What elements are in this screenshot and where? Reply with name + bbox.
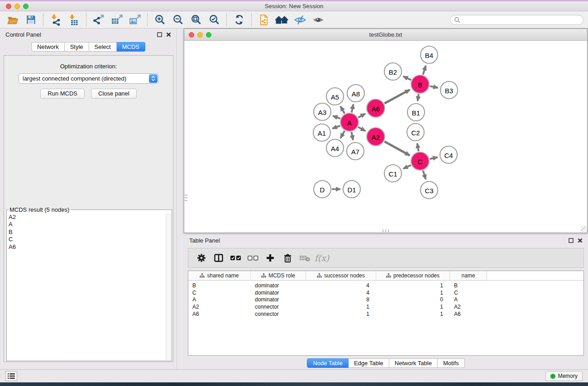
graph-node-C[interactable]: C <box>411 152 429 170</box>
import-table-button[interactable] <box>65 13 83 27</box>
graph-node-A[interactable]: A <box>340 113 359 131</box>
import-network-button[interactable] <box>47 13 65 27</box>
graph-node-C4[interactable]: C4 <box>440 146 457 163</box>
graph-node-C1[interactable]: C1 <box>384 165 402 182</box>
graph-edge-A-A5[interactable] <box>340 106 344 114</box>
graph-node-B[interactable]: B <box>411 75 429 93</box>
minimize-window-button[interactable] <box>14 4 20 9</box>
close-window-button[interactable] <box>6 4 11 9</box>
file-network-button[interactable] <box>255 13 273 27</box>
memory-button[interactable]: Memory <box>545 371 583 381</box>
search-field[interactable] <box>450 15 583 25</box>
table-row[interactable]: Adominator80A <box>188 296 583 304</box>
mcds-result-item[interactable]: A <box>9 221 172 228</box>
delete-column-button[interactable] <box>279 249 296 267</box>
table-row[interactable]: A2connector11A2 <box>188 303 583 310</box>
graph-node-A4[interactable]: A4 <box>326 139 344 157</box>
graph-edge-B-B4[interactable] <box>423 66 425 75</box>
tab-network[interactable]: Network <box>31 42 65 52</box>
table-row[interactable]: Bdominator41B <box>188 282 583 289</box>
float-table-panel-icon[interactable] <box>569 238 574 243</box>
graph-node-A3[interactable]: A3 <box>314 103 331 120</box>
deselect-all-button[interactable] <box>244 249 262 267</box>
result-list-scrollbar[interactable] <box>166 214 171 360</box>
network-close-button[interactable] <box>189 32 194 38</box>
graph-node-D1[interactable]: D1 <box>343 181 360 198</box>
graph-edge-A6-B[interactable] <box>384 90 410 103</box>
canvas-left-grip[interactable] <box>185 195 187 202</box>
graph-edge-B-B3[interactable] <box>430 86 438 88</box>
graph-node-C2[interactable]: C2 <box>407 124 424 141</box>
tab-network-table[interactable]: Network Table <box>389 358 438 368</box>
close-table-panel-icon[interactable] <box>578 238 583 243</box>
close-panel-icon[interactable] <box>166 32 171 37</box>
show-details-button[interactable] <box>309 13 327 27</box>
mcds-result-item[interactable]: C <box>9 236 172 243</box>
hide-details-button[interactable] <box>291 13 309 27</box>
graph-edge-B-B1[interactable] <box>418 94 419 101</box>
function-button[interactable]: f(x) <box>313 249 330 267</box>
network-minimize-button[interactable] <box>197 32 203 38</box>
graph-node-C3[interactable]: C3 <box>421 181 438 199</box>
mcds-result-item[interactable]: A2 <box>9 214 172 221</box>
delete-table-button[interactable] <box>296 249 313 267</box>
graph-edge-A-A3[interactable] <box>333 116 340 119</box>
graph-edge-A-A1[interactable] <box>332 126 340 129</box>
float-panel-icon[interactable] <box>157 32 162 37</box>
graph-node-A2[interactable]: A2 <box>367 128 385 146</box>
close-panel-button[interactable]: Close panel <box>91 89 137 99</box>
tab-mcds[interactable]: MCDS <box>117 42 145 52</box>
graph-edge-A2-C[interactable] <box>384 142 410 156</box>
open-session-button[interactable] <box>4 13 22 27</box>
graph-node-B4[interactable]: B4 <box>421 46 438 63</box>
table-row[interactable]: Cdominator41C <box>188 289 583 296</box>
export-table-button[interactable] <box>108 13 126 27</box>
graph-edge-A-A4[interactable] <box>340 131 344 138</box>
run-mcds-button[interactable]: Run MCDS <box>40 89 85 99</box>
graph-edge-C-C4[interactable] <box>430 157 437 159</box>
graph-node-A6[interactable]: A6 <box>367 99 385 117</box>
tab-motifs[interactable]: Motifs <box>438 358 465 368</box>
zoom-fit-button[interactable] <box>187 13 205 27</box>
column-header-name[interactable]: name <box>450 271 487 280</box>
graph-edge-A-A2[interactable] <box>358 127 365 131</box>
graph-node-B1[interactable]: B1 <box>407 104 425 121</box>
table-row[interactable]: A6connector11A6 <box>188 310 583 318</box>
maximize-window-button[interactable] <box>23 4 29 9</box>
column-header-successor-nodes[interactable]: successor nodes <box>306 271 376 280</box>
canvas-bottom-grip[interactable] <box>382 229 390 232</box>
export-network-button[interactable] <box>90 13 108 27</box>
graph-node-A7[interactable]: A7 <box>347 143 364 160</box>
graph-edge-A-A7[interactable] <box>351 132 353 140</box>
graph-node-A8[interactable]: A8 <box>347 85 364 102</box>
task-history-button[interactable] <box>5 371 17 381</box>
column-header-predecessor-nodes[interactable]: predecessor nodes <box>376 271 450 280</box>
tab-node-table[interactable]: Node Table <box>307 358 349 368</box>
save-session-button[interactable] <box>22 13 40 27</box>
network-canvas[interactable]: B4B2BB3A8A5A6A3B1AA1C2A2A4A7C4CC1C3DD1 <box>184 41 587 233</box>
tab-style[interactable]: Style <box>65 42 89 52</box>
tab-select[interactable]: Select <box>89 42 117 52</box>
optimization-criterion-select[interactable]: largest connected component (directed) <box>19 73 158 84</box>
settings-button[interactable] <box>193 249 210 267</box>
window-resize-grip[interactable] <box>581 226 587 232</box>
zoom-in-button[interactable] <box>151 13 169 27</box>
graph-node-B2[interactable]: B2 <box>384 63 402 80</box>
graph-edge-C-C2[interactable] <box>417 143 419 152</box>
search-input[interactable] <box>463 17 583 23</box>
zoom-out-button[interactable] <box>169 13 187 27</box>
select-all-button[interactable] <box>227 249 244 267</box>
graph-node-A5[interactable]: A5 <box>326 88 344 105</box>
column-header-MCDS-role[interactable]: MCDS role <box>251 271 306 280</box>
refresh-layout-button[interactable] <box>230 13 248 27</box>
zoom-selected-button[interactable] <box>205 13 223 27</box>
graph-edge-A-A8[interactable] <box>352 104 354 112</box>
graph-edge-C-C3[interactable] <box>423 171 426 179</box>
column-header-shared-name[interactable]: shared name <box>188 271 251 280</box>
graph-edge-A-A6[interactable] <box>358 114 365 117</box>
home-button[interactable] <box>273 13 291 27</box>
tab-edge-table[interactable]: Edge Table <box>349 358 389 368</box>
graph-node-D[interactable]: D <box>314 181 331 198</box>
graph-edge-C-C1[interactable] <box>403 165 411 169</box>
network-maximize-button[interactable] <box>206 32 211 38</box>
